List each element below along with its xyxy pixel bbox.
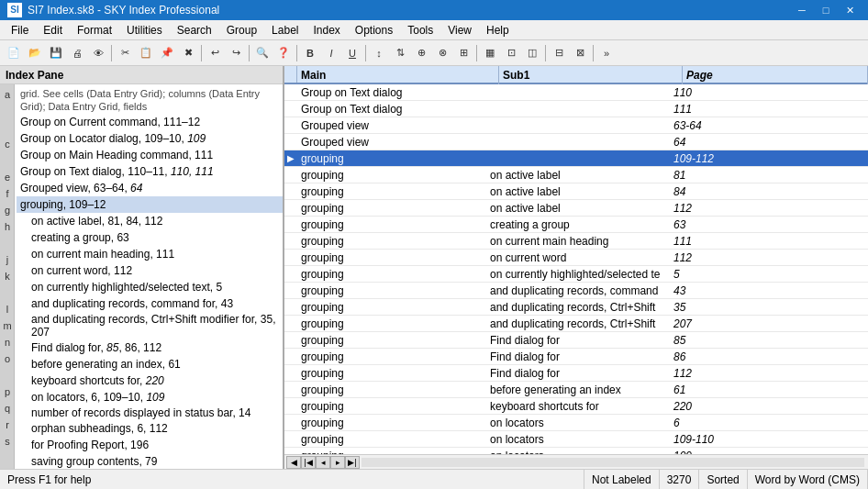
list-item[interactable]: number of records displayed in status ba… [17,406,283,420]
table-row[interactable]: groupingcreating a group63 [284,217,868,233]
menu-group[interactable]: Group [219,20,264,40]
list-item[interactable]: Grouped view, 63–64, 64 [17,180,283,196]
help-icon-button[interactable]: ❓ [273,43,294,63]
link1-button[interactable]: ⊕ [411,43,431,63]
new-button[interactable]: 📄 [4,43,24,63]
table-row[interactable]: groupingFind dialog for85 [284,332,868,349]
table-row[interactable]: groupingon locators109 [284,448,868,454]
table-row[interactable]: groupingFind dialog for112 [284,365,868,382]
underline-button[interactable]: U [342,43,362,63]
menu-options[interactable]: Options [348,20,400,40]
scroll-next-button[interactable]: ▸ [330,456,345,469]
link2-button[interactable]: ⊗ [432,43,452,63]
list-item[interactable]: on current word, 112 [17,262,283,279]
list-item[interactable]: Group on Locator dialog, 109–10, 109 [17,130,283,147]
close-button[interactable]: ✕ [839,3,861,17]
menu-search[interactable]: Search [170,20,219,40]
list-item[interactable]: for Proofing Report, 196 [17,437,283,453]
list-item[interactable]: Group on Text dialog, 110–11, 110, 111 [17,163,283,180]
list-item[interactable]: Group on Current command, 111–12 [17,114,283,130]
right-pane-content[interactable]: Group on Text dialog110Group on Text dia… [284,84,868,454]
menu-tools[interactable]: Tools [400,20,440,40]
table-row[interactable]: groupingon locators109-110 [284,431,868,448]
redo-button[interactable]: ↪ [226,43,246,63]
undo-button[interactable]: ↩ [205,43,225,63]
right-pane-scrollbar[interactable]: ◀ |◀ ◂ ▸ ▶| [284,454,868,469]
menu-view[interactable]: View [440,20,479,40]
maximize-button[interactable]: □ [815,3,837,17]
list-item[interactable]: keyboard shortcuts for, 220 [17,372,283,389]
table-row[interactable]: groupingon locators6 [284,415,868,431]
menu-help[interactable]: Help [479,20,517,40]
table-row[interactable]: Group on Text dialog110 [284,84,868,101]
list-item-grouping[interactable]: grouping, 109–12 [17,196,283,213]
link3-button[interactable]: ⊞ [453,43,473,63]
list-item[interactable]: saving group contents, 79 [17,453,283,469]
index-pane-content[interactable]: a c e f g h j k l m n o p q r s [0,84,283,469]
list-item[interactable]: before generating an index, 61 [17,356,283,372]
table3-button[interactable]: ◫ [522,43,542,63]
scroll-left-button[interactable]: ◀ [286,456,301,469]
title-bar: SI SI7 Index.sk8 - SKY Index Professiona… [0,0,868,20]
table-row[interactable]: groupingand duplicating records, Ctrl+Sh… [284,299,868,316]
menu-format[interactable]: Format [70,20,119,40]
table-row[interactable]: groupingon active label81 [284,167,868,183]
list-item[interactable]: on active label, 81, 84, 112 [17,213,283,229]
list-item[interactable]: on current main heading, 111 [17,246,283,262]
italic-button[interactable]: I [321,43,341,63]
table-row[interactable]: groupingon active label84 [284,183,868,200]
preview-button[interactable]: 👁 [88,43,108,63]
table-row[interactable]: ▶grouping109-112 [284,150,868,167]
delete-button[interactable]: ✖ [178,43,198,63]
table-row[interactable]: groupingFind dialog for86 [284,349,868,365]
cell-main: grouping [297,398,486,414]
find-button[interactable]: 🔍 [252,43,273,63]
paste-button[interactable]: 📌 [157,43,177,63]
table-row[interactable]: groupingbefore generating an index61 [284,382,868,398]
menu-label[interactable]: Label [264,20,306,40]
menu-index[interactable]: Index [306,20,347,40]
save-button[interactable]: 💾 [46,43,66,63]
format1-button[interactable]: ⊟ [549,43,569,63]
copy-button[interactable]: 📋 [136,43,156,63]
table-row[interactable]: Group on Text dialog111 [284,101,868,117]
row-arrow-icon [284,398,297,414]
bold-button[interactable]: B [300,43,320,63]
cut-button[interactable]: ✂ [115,43,135,63]
menu-edit[interactable]: Edit [36,20,70,40]
scroll-first-button[interactable]: |◀ [301,456,316,469]
list-item[interactable]: and duplicating records, command for, 43 [17,295,283,312]
list-item[interactable]: on locators, 6, 109–10, 109 [17,389,283,406]
table-row[interactable]: groupingon current word112 [284,250,868,266]
list-item[interactable]: Group on Main Heading command, 111 [17,147,283,163]
menu-utilities[interactable]: Utilities [119,20,170,40]
list-item[interactable]: creating a group, 63 [17,229,283,246]
print-button[interactable]: 🖨 [67,43,87,63]
table-row[interactable]: groupingon currently highlighted/selecte… [284,266,868,283]
list-item[interactable]: orphan subheadings, 6, 112 [17,420,283,437]
format2-button[interactable]: ⊠ [570,43,590,63]
cell-page: 81 [670,167,868,183]
table-row[interactable]: Grouped view63-64 [284,117,868,134]
menu-file[interactable]: File [4,20,36,40]
scroll-prev-button[interactable]: ◂ [316,456,330,469]
sort2-button[interactable]: ⇅ [390,43,410,63]
table-row[interactable]: groupingkeyboard shortcuts for220 [284,398,868,415]
list-item[interactable]: Find dialog for, 85, 86, 112 [17,339,283,356]
scroll-last-button[interactable]: ▶| [345,456,360,469]
minimize-button[interactable]: ─ [791,3,813,17]
list-item[interactable]: grid. See cells (Data Entry Grid); colum… [17,86,283,114]
list-item[interactable]: and duplicating records, Ctrl+Shift modi… [17,312,283,339]
table-row[interactable]: groupingand duplicating records, Ctrl+Sh… [284,316,868,332]
list-item[interactable]: on currently highlighted/selected text, … [17,279,283,295]
more-button[interactable]: » [596,43,617,63]
cell-sub1: creating a group [486,217,670,232]
sort-button[interactable]: ↕ [369,43,389,63]
table-row[interactable]: Grouped view64 [284,134,868,150]
table2-button[interactable]: ⊡ [501,43,521,63]
table-row[interactable]: groupingon current main heading111 [284,233,868,250]
table1-button[interactable]: ▦ [480,43,500,63]
open-button[interactable]: 📂 [25,43,45,63]
table-row[interactable]: groupingand duplicating records, command… [284,283,868,299]
table-row[interactable]: groupingon active label112 [284,200,868,217]
